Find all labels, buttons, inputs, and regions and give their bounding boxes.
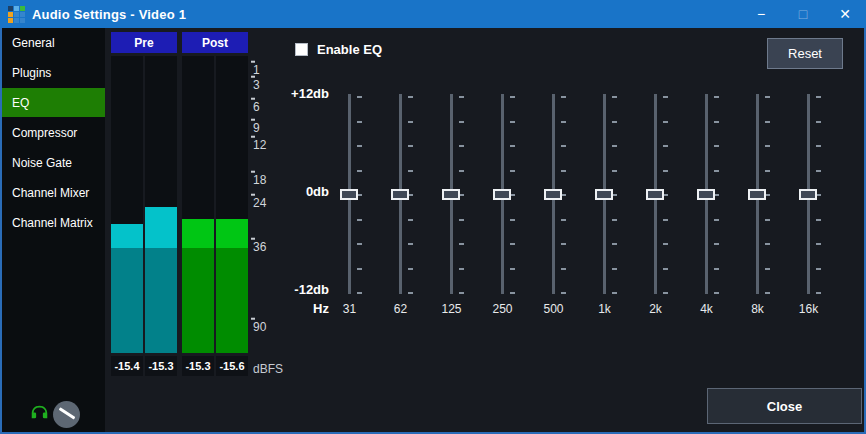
- meter-bright-segment: [145, 207, 177, 248]
- eq-gain-tick: [561, 243, 566, 245]
- eq-slider-thumb-500[interactable]: [544, 189, 562, 200]
- enable-eq-checkbox[interactable]: [295, 43, 308, 56]
- enable-eq-label: Enable EQ: [317, 42, 382, 57]
- eq-gain-tick: [663, 145, 668, 147]
- eq-gain-tick: [408, 243, 413, 245]
- eq-gain-tick: [510, 292, 515, 294]
- eq-scale-zero-label: 0db: [286, 184, 329, 200]
- eq-gain-tick: [357, 292, 362, 294]
- eq-gain-tick: [765, 219, 770, 221]
- titlebar[interactable]: Audio Settings - Video 1 − □ ✕: [0, 0, 866, 28]
- eq-gain-tick: [510, 170, 515, 172]
- eq-gain-tick: [408, 170, 413, 172]
- tick-number: 1: [253, 64, 260, 77]
- eq-gain-tick: [816, 268, 821, 270]
- eq-band-8k: [732, 94, 783, 294]
- sidebar-item-channel-mixer[interactable]: Channel Mixer: [2, 178, 105, 207]
- logo-square: [8, 6, 13, 11]
- eq-gain-tick: [408, 219, 413, 221]
- sidebar-item-plugins[interactable]: Plugins: [2, 58, 105, 87]
- eq-band-freq-label-500: 500: [528, 302, 579, 316]
- sidebar-item-noise-gate[interactable]: Noise Gate: [2, 148, 105, 177]
- eq-gain-tick: [714, 170, 719, 172]
- eq-gain-tick: [561, 219, 566, 221]
- eq-gain-tick: [816, 219, 821, 221]
- close-window-button[interactable]: ✕: [824, 0, 866, 28]
- eq-band-125: [426, 94, 477, 294]
- eq-band-62: [375, 94, 426, 294]
- eq-slider-thumb-4k[interactable]: [697, 189, 715, 200]
- eq-slider-thumb-125[interactable]: [442, 189, 460, 200]
- eq-gain-tick: [816, 170, 821, 172]
- eq-slider-thumb-16k[interactable]: [799, 189, 817, 200]
- meter-scale-tick-12: 12: [251, 136, 266, 152]
- settings-sidebar: GeneralPluginsEQCompressorNoise GateChan…: [2, 28, 105, 432]
- eq-gain-tick: [408, 268, 413, 270]
- eq-gain-tick: [663, 292, 668, 294]
- meter-value-post-2: -15.6: [216, 356, 248, 376]
- eq-gain-tick: [714, 219, 719, 221]
- eq-slider-thumb-62[interactable]: [391, 189, 409, 200]
- eq-slider-thumb-2k[interactable]: [646, 189, 664, 200]
- tick-number: 24: [253, 197, 266, 210]
- eq-gain-tick: [459, 121, 464, 123]
- eq-gain-tick: [561, 170, 566, 172]
- close-button[interactable]: Close: [707, 388, 862, 424]
- eq-gain-tick: [765, 243, 770, 245]
- tick-number: 12: [253, 139, 266, 152]
- sidebar-item-general[interactable]: General: [2, 28, 105, 57]
- headphones-icon[interactable]: [29, 403, 50, 424]
- eq-gain-tick: [459, 96, 464, 98]
- eq-gain-tick: [357, 268, 362, 270]
- eq-gain-tick: [663, 219, 668, 221]
- audio-settings-window: Audio Settings - Video 1 − □ ✕ GeneralPl…: [0, 0, 866, 434]
- eq-gain-tick: [714, 292, 719, 294]
- eq-slider-thumb-1k[interactable]: [595, 189, 613, 200]
- eq-gain-tick: [561, 292, 566, 294]
- tick-number: 18: [253, 174, 266, 187]
- eq-gain-tick: [663, 96, 668, 98]
- eq-gain-tick: [612, 121, 617, 123]
- eq-band-freq-label-250: 250: [477, 302, 528, 316]
- eq-gain-tick: [714, 243, 719, 245]
- eq-gain-tick: [612, 219, 617, 221]
- maximize-button: □: [782, 0, 824, 28]
- eq-slider-thumb-250[interactable]: [493, 189, 511, 200]
- sidebar-item-eq[interactable]: EQ: [2, 88, 105, 117]
- eq-scale-minus12-label: -12db: [286, 282, 329, 298]
- meter-dim-segment: [182, 248, 214, 353]
- meter-bar-post-2: [216, 56, 248, 353]
- eq-gain-tick: [510, 243, 515, 245]
- eq-slider-thumb-31[interactable]: [340, 189, 358, 200]
- eq-gain-tick: [765, 145, 770, 147]
- minimize-button[interactable]: −: [740, 0, 782, 28]
- eq-gain-tick: [816, 145, 821, 147]
- meter-values: -15.3-15.6: [182, 356, 248, 376]
- eq-gain-tick: [459, 145, 464, 147]
- tick-number: 3: [253, 79, 260, 92]
- knob-pointer: [59, 408, 76, 421]
- eq-band-freq-label-2k: 2k: [630, 302, 681, 316]
- logo-square: [20, 6, 25, 11]
- eq-band-4k: [681, 94, 732, 294]
- eq-gain-tick: [357, 96, 362, 98]
- eq-gain-tick: [612, 268, 617, 270]
- eq-gain-tick: [357, 219, 362, 221]
- meter-group-post: Post-15.3-15.6: [182, 32, 248, 376]
- eq-gain-tick: [408, 96, 413, 98]
- eq-gain-tick: [663, 268, 668, 270]
- eq-band-250: [477, 94, 528, 294]
- meter-scale-tick-18: 18: [251, 171, 266, 187]
- eq-gain-tick: [357, 243, 362, 245]
- reset-button[interactable]: Reset: [767, 38, 843, 69]
- eq-band-freq-label-125: 125: [426, 302, 477, 316]
- eq-gain-tick: [510, 268, 515, 270]
- eq-gain-tick: [663, 243, 668, 245]
- sidebar-item-compressor[interactable]: Compressor: [2, 118, 105, 147]
- eq-band-freq-label-8k: 8k: [732, 302, 783, 316]
- eq-gain-tick: [816, 121, 821, 123]
- headphone-volume-knob[interactable]: [53, 401, 80, 428]
- sidebar-item-channel-matrix[interactable]: Channel Matrix: [2, 208, 105, 237]
- eq-slider-thumb-8k[interactable]: [748, 189, 766, 200]
- eq-gain-tick: [561, 268, 566, 270]
